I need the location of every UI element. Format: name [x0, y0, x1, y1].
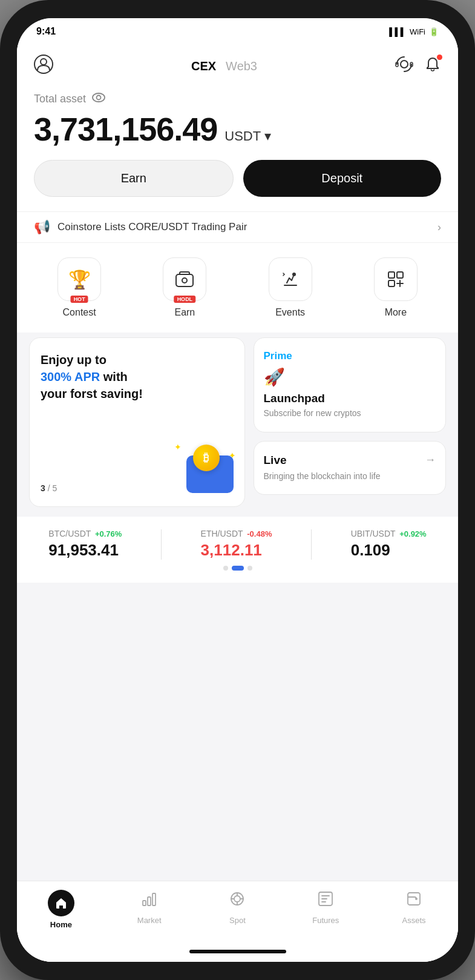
svg-rect-11 [397, 272, 403, 278]
support-icon[interactable] [395, 55, 413, 78]
nav-right-icons [395, 55, 441, 78]
eth-ticker[interactable]: ETH/USDT -0.48% 3,112.11 [201, 529, 272, 560]
nav-item-market[interactable]: Market [125, 890, 174, 925]
ticker-dot-1 [223, 566, 228, 571]
home-icon [48, 890, 74, 916]
announcement-banner[interactable]: 📢 Coinstore Lists CORE/USDT Trading Pair… [17, 211, 458, 243]
svg-rect-14 [148, 897, 151, 906]
wallet-illustration: ✦ ✦ ₿ [179, 445, 234, 493]
svg-point-19 [415, 898, 418, 900]
ticker-divider-1 [161, 529, 162, 560]
battery-icon: 🔋 [429, 27, 439, 36]
asset-currency[interactable]: USDT ▾ [224, 128, 271, 144]
pagination: 3 / 5 [41, 483, 57, 493]
asset-amount-row: 3,731,156.49 USDT ▾ [34, 110, 441, 148]
svg-rect-15 [152, 893, 156, 906]
deposit-button[interactable]: Deposit [243, 160, 442, 197]
notification-icon[interactable] [424, 56, 441, 77]
asset-label-row: Total asset [34, 93, 441, 105]
tab-cex[interactable]: CEX [191, 59, 216, 73]
eth-price: 3,112.11 [201, 541, 272, 560]
apr-highlight: 300% APR [41, 370, 100, 383]
svg-point-17 [234, 896, 240, 902]
contest-icon: 🏆 [68, 269, 91, 290]
ubit-price: 0.109 [351, 541, 427, 560]
btc-ticker[interactable]: BTC/USDT +0.76% 91,953.41 [48, 529, 122, 560]
svg-rect-7 [176, 274, 193, 286]
live-subtitle: Bringing the blockchain into life [264, 471, 436, 483]
nav-item-assets[interactable]: Assets [390, 890, 438, 925]
hodl-badge: HODL [174, 296, 196, 303]
tab-web3[interactable]: Web3 [226, 59, 257, 73]
megaphone-icon: 📢 [34, 219, 50, 235]
asset-section: Total asset 3,731,156.49 USDT ▾ [17, 88, 458, 160]
svg-rect-12 [388, 280, 395, 286]
status-icons: ▌▌▌ WiFi 🔋 [389, 27, 439, 36]
nav-item-futures[interactable]: Futures [301, 890, 350, 925]
live-header: Live → [264, 454, 436, 467]
card-right-column: Prime 🚀 Launchpad Subscribe for new cryp… [254, 337, 447, 507]
phone-screen: 9:41 ▌▌▌ WiFi 🔋 CEX Web3 [17, 18, 458, 962]
status-time: 9:41 [36, 26, 56, 37]
nav-item-spot[interactable]: Spot [213, 890, 261, 925]
banner-arrow-icon: › [437, 221, 441, 234]
home-bar-pill [189, 950, 286, 953]
svg-point-6 [97, 96, 101, 100]
contest-icon-item[interactable]: 🏆 HOT Contest [55, 257, 103, 318]
profile-icon[interactable] [34, 55, 53, 78]
events-icon-box [269, 257, 312, 301]
signal-icon: ▌▌▌ [389, 27, 406, 36]
ticker-row: BTC/USDT +0.76% 91,953.41 ETH/USDT -0.48… [29, 529, 446, 560]
promo-card-bottom: 3 / 5 ✦ ✦ ₿ [41, 445, 234, 493]
spot-icon [228, 890, 246, 912]
svg-point-5 [93, 93, 105, 102]
prime-label: Prime [264, 350, 436, 362]
phone-shell: 9:41 ▌▌▌ WiFi 🔋 CEX Web3 [0, 0, 475, 980]
live-arrow-icon: → [425, 454, 436, 466]
eth-pct: -0.48% [247, 529, 272, 538]
ticker-dots [29, 560, 446, 573]
btc-price: 91,953.41 [48, 541, 122, 560]
earn-button[interactable]: Earn [34, 160, 234, 197]
rocket-icon: 🚀 [264, 367, 436, 387]
ubit-pct: +0.92% [399, 529, 426, 538]
notification-dot [437, 55, 442, 60]
promo-card[interactable]: Enjoy up to 300% APR with your forst sav… [29, 337, 245, 507]
launchpad-subtitle: Subscribe for new cryptos [264, 408, 436, 420]
btc-pct: +0.76% [95, 529, 122, 538]
more-label: More [385, 307, 407, 318]
top-nav: CEX Web3 [17, 45, 458, 88]
hot-badge: HOT [71, 296, 88, 303]
wallet-coin: ₿ [193, 445, 220, 471]
ticker-dot-3 [247, 566, 252, 571]
action-buttons: Earn Deposit [17, 160, 458, 211]
svg-rect-13 [143, 901, 146, 906]
asset-label-text: Total asset [34, 93, 86, 105]
asset-number: 3,731,156.49 [34, 110, 217, 148]
svg-point-1 [41, 59, 47, 65]
live-card[interactable]: Live → Bringing the blockchain into life [254, 441, 447, 495]
contest-icon-box: 🏆 HOT [57, 257, 101, 301]
launchpad-card[interactable]: Prime 🚀 Launchpad Subscribe for new cryp… [254, 337, 447, 432]
sparkle-icon-1: ✦ [174, 442, 182, 452]
feature-icon-grid: 🏆 HOT Contest HODL Earn [17, 243, 458, 333]
ubit-ticker[interactable]: UBIT/USDT +0.92% 0.109 [351, 529, 427, 560]
svg-point-2 [401, 61, 408, 68]
events-label: Events [275, 307, 305, 318]
eth-pair-label: ETH/USDT -0.48% [201, 529, 272, 538]
ubit-pair-label: UBIT/USDT +0.92% [351, 529, 427, 538]
cards-section: Enjoy up to 300% APR with your forst sav… [17, 333, 458, 517]
contest-label: Contest [63, 307, 96, 318]
nav-item-home[interactable]: Home [37, 890, 85, 929]
svg-rect-10 [388, 272, 395, 278]
more-icon-item[interactable]: More [372, 257, 420, 318]
assets-label: Assets [402, 916, 426, 925]
eye-icon[interactable] [92, 93, 105, 105]
home-label: Home [50, 920, 72, 929]
banner-left: 📢 Coinstore Lists CORE/USDT Trading Pair [34, 219, 247, 235]
assets-icon [405, 890, 423, 912]
btc-pair-label: BTC/USDT +0.76% [48, 529, 122, 538]
earn-icon-item[interactable]: HODL Earn [160, 257, 209, 318]
home-bar [17, 944, 458, 962]
events-icon-item[interactable]: Events [266, 257, 315, 318]
